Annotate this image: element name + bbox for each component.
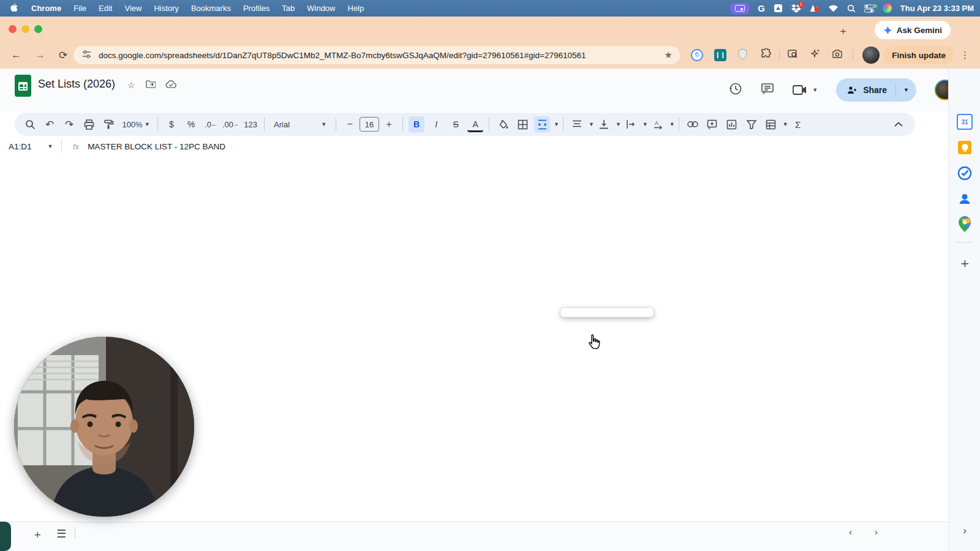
sheets-logo-icon[interactable]: [15, 75, 31, 97]
site-settings-icon[interactable]: [82, 50, 91, 61]
menu-view[interactable]: View: [118, 4, 148, 13]
insert-comment-icon[interactable]: [704, 116, 720, 132]
keep-icon[interactable]: [957, 140, 973, 156]
print-icon[interactable]: [81, 116, 97, 132]
scroll-tabs-left-icon[interactable]: ‹: [849, 527, 852, 537]
sparkle-star-icon[interactable]: [810, 48, 821, 62]
font-size-input[interactable]: 16: [360, 117, 379, 132]
ask-gemini-button[interactable]: Ask Gemini: [875, 21, 951, 39]
window-zoom-button[interactable]: [34, 25, 42, 33]
vertical-align-icon[interactable]: [596, 116, 612, 132]
merge-cells-icon[interactable]: [534, 116, 550, 132]
browser-profile-avatar[interactable]: [862, 47, 880, 64]
version-history-icon[interactable]: [729, 82, 742, 98]
fill-color-icon[interactable]: [495, 116, 511, 132]
text-color-button[interactable]: A: [467, 118, 483, 132]
table-views-icon[interactable]: [763, 116, 779, 132]
name-box[interactable]: A1:D1 ▼: [0, 142, 61, 151]
all-sheets-button[interactable]: ☰: [56, 527, 66, 541]
paint-format-icon[interactable]: [100, 116, 116, 132]
tab-search-icon[interactable]: [788, 48, 799, 62]
extension-shield-icon[interactable]: [737, 48, 748, 62]
menu-chrome[interactable]: Chrome: [25, 4, 67, 13]
borders-icon[interactable]: [514, 116, 530, 132]
text-rotate-icon[interactable]: A: [650, 116, 666, 132]
comment-history-icon[interactable]: [761, 82, 774, 98]
maps-icon[interactable]: [957, 216, 973, 232]
cloud-saved-icon[interactable]: [165, 80, 176, 90]
menu-file[interactable]: File: [67, 4, 92, 13]
format-currency-button[interactable]: $: [164, 116, 179, 132]
back-button[interactable]: ←: [11, 49, 21, 61]
name-box-arrow[interactable]: ▼: [48, 143, 53, 149]
italic-button[interactable]: I: [428, 116, 444, 132]
increase-decimal-button[interactable]: .00→: [222, 116, 239, 132]
wifi-icon[interactable]: [828, 3, 839, 14]
apple-logo-icon[interactable]: [0, 3, 25, 14]
menu-bookmarks[interactable]: Bookmarks: [185, 4, 237, 13]
text-wrap-icon[interactable]: [623, 116, 639, 132]
finish-update-button[interactable]: Finish update: [883, 46, 954, 64]
zoom-select[interactable]: 100%▼: [120, 116, 152, 132]
menu-help[interactable]: Help: [342, 4, 371, 13]
grammarly-icon[interactable]: G: [758, 3, 765, 14]
insert-link-icon[interactable]: [685, 116, 701, 132]
menu-window[interactable]: Window: [301, 4, 341, 13]
extensions-puzzle-icon[interactable]: [761, 48, 772, 62]
insert-chart-icon[interactable]: [724, 116, 740, 132]
screen-share-icon[interactable]: [731, 3, 749, 14]
bold-button[interactable]: B: [409, 116, 424, 132]
undo-icon[interactable]: ↶: [42, 116, 58, 132]
share-dropdown-arrow[interactable]: ▼: [896, 87, 916, 93]
address-bar[interactable]: docs.google.com/spreadsheets/d/1DanZ7qUT…: [74, 46, 680, 64]
menu-profiles[interactable]: Profiles: [237, 4, 276, 13]
search-icon[interactable]: [22, 116, 38, 132]
scroll-tabs-right-icon[interactable]: ›: [875, 527, 878, 537]
format-percent-button[interactable]: %: [183, 116, 199, 132]
functions-icon[interactable]: Σ: [790, 116, 806, 132]
tasks-icon[interactable]: [957, 165, 973, 181]
decrease-decimal-button[interactable]: .0←: [203, 116, 219, 132]
get-add-ons-icon[interactable]: ＋: [957, 255, 973, 271]
collapse-toolbar-icon[interactable]: [891, 116, 907, 132]
more-formats-button[interactable]: 123: [243, 116, 258, 132]
menu-bar-clock[interactable]: Thu Apr 23 3:33 PM: [900, 4, 974, 13]
spotlight-search-icon[interactable]: [847, 3, 856, 14]
calendar-icon[interactable]: 31: [957, 114, 973, 130]
move-folder-icon[interactable]: [146, 80, 156, 90]
forward-button[interactable]: →: [35, 49, 45, 61]
increase-font-size-button[interactable]: ＋: [381, 116, 397, 132]
window-close-button[interactable]: [9, 25, 17, 33]
new-tab-button[interactable]: ＋: [838, 24, 848, 38]
formula-input[interactable]: MASTER BLOCK LIST - 12PC BAND: [88, 142, 225, 151]
screenshot-icon[interactable]: [832, 48, 843, 62]
extension-copper-icon[interactable]: ©: [691, 48, 703, 61]
webcam-overlay[interactable]: [14, 337, 194, 517]
dropbox-icon[interactable]: 1: [791, 3, 801, 14]
hide-side-panel-icon[interactable]: ›: [957, 523, 973, 539]
merge-dropdown-arrow[interactable]: ▼: [554, 121, 559, 127]
colorful-app-icon[interactable]: [883, 3, 892, 14]
browser-menu-icon[interactable]: ⋮: [960, 50, 970, 61]
decrease-font-size-button[interactable]: −: [342, 116, 358, 132]
horizontal-align-icon[interactable]: [569, 116, 585, 132]
redo-icon[interactable]: ↷: [61, 116, 77, 132]
font-select[interactable]: Arial▼: [270, 116, 330, 132]
window-minimize-button[interactable]: [21, 25, 29, 33]
extension-teal-icon[interactable]: ❙❙: [714, 48, 726, 61]
star-document-icon[interactable]: ☆: [127, 80, 135, 90]
browser-tab-1[interactable]: [53, 20, 159, 40]
menu-edit[interactable]: Edit: [92, 4, 118, 13]
add-sheet-button[interactable]: ＋: [32, 527, 43, 542]
strikethrough-button[interactable]: S: [448, 116, 464, 132]
contacts-icon[interactable]: [957, 191, 973, 207]
document-title[interactable]: Set Lists (2026): [38, 78, 115, 91]
bookmark-star-icon[interactable]: ★: [665, 50, 673, 61]
meet-video-icon[interactable]: ▼: [793, 84, 818, 96]
menubar-app-icon[interactable]: [774, 3, 783, 14]
share-button[interactable]: Share ▼: [836, 78, 916, 102]
macupdater-icon[interactable]: [810, 3, 820, 14]
reload-button[interactable]: ⟳: [59, 49, 67, 62]
filter-icon[interactable]: [744, 116, 760, 132]
control-center-icon[interactable]: [864, 3, 874, 14]
